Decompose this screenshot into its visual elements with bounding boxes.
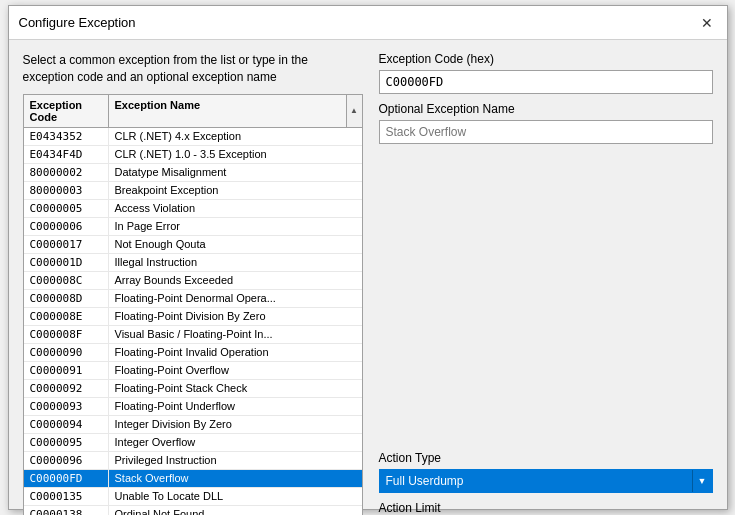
row-code: C000008F (24, 326, 109, 343)
row-name: Stack Overflow (109, 470, 362, 487)
row-code: C0000093 (24, 398, 109, 415)
row-code: C0000091 (24, 362, 109, 379)
row-code: C000008E (24, 308, 109, 325)
close-button[interactable]: ✕ (697, 13, 717, 33)
row-code: C0000092 (24, 380, 109, 397)
row-name: Access Violation (109, 200, 362, 217)
table-row[interactable]: C000008F Visual Basic / Floating-Point I… (24, 326, 362, 344)
close-icon: ✕ (701, 15, 713, 31)
row-code: C00000FD (24, 470, 109, 487)
row-name: Privileged Instruction (109, 452, 362, 469)
select-dropdown-icon[interactable]: ▼ (692, 470, 712, 492)
optional-name-group: Optional Exception Name (379, 102, 713, 144)
table-row[interactable]: C0000006 In Page Error (24, 218, 362, 236)
row-code: C0000096 (24, 452, 109, 469)
table-row[interactable]: 80000003 Breakpoint Exception (24, 182, 362, 200)
table-row[interactable]: C0000135 Unable To Locate DLL (24, 488, 362, 506)
row-code: C000001D (24, 254, 109, 271)
table-row[interactable]: C000008E Floating-Point Division By Zero (24, 308, 362, 326)
action-limit-group: Action Limit ▲ ▼ (379, 501, 713, 515)
table-row[interactable]: C000008D Floating-Point Denormal Opera..… (24, 290, 362, 308)
row-code: C0000138 (24, 506, 109, 515)
table-row[interactable]: C0000005 Access Violation (24, 200, 362, 218)
dialog-body: Select a common exception from the list … (9, 40, 727, 515)
optional-name-label: Optional Exception Name (379, 102, 713, 116)
row-name: Array Bounds Exceeded (109, 272, 362, 289)
row-code: C000008D (24, 290, 109, 307)
row-name: Floating-Point Underflow (109, 398, 362, 415)
col-header-name: Exception Name (109, 95, 346, 127)
row-code: C0000017 (24, 236, 109, 253)
left-panel: Select a common exception from the list … (23, 52, 363, 515)
table-row[interactable]: 80000002 Datatype Misalignment (24, 164, 362, 182)
row-code: C0000006 (24, 218, 109, 235)
row-code: C0000135 (24, 488, 109, 505)
row-name: Integer Overflow (109, 434, 362, 451)
table-body[interactable]: E0434352 CLR (.NET) 4.x Exception E0434F… (24, 128, 362, 515)
spacer (379, 152, 713, 443)
table-row[interactable]: C0000092 Floating-Point Stack Check (24, 380, 362, 398)
row-name: CLR (.NET) 4.x Exception (109, 128, 362, 145)
row-name: Floating-Point Invalid Operation (109, 344, 362, 361)
table-row[interactable]: C0000090 Floating-Point Invalid Operatio… (24, 344, 362, 362)
exceptions-table: Exception Code Exception Name ▲ E0434352… (23, 94, 363, 515)
right-panel: Exception Code (hex) Optional Exception … (379, 52, 713, 515)
table-row[interactable]: E0434F4D CLR (.NET) 1.0 - 3.5 Exception (24, 146, 362, 164)
row-name: Integer Division By Zero (109, 416, 362, 433)
configure-exception-dialog: Configure Exception ✕ Select a common ex… (8, 5, 728, 510)
table-header: Exception Code Exception Name ▲ (24, 95, 362, 128)
optional-name-input[interactable] (379, 120, 713, 144)
action-limit-label: Action Limit (379, 501, 713, 515)
row-code: C0000095 (24, 434, 109, 451)
table-row[interactable]: C00000FD Stack Overflow (24, 470, 362, 488)
row-name: Ordinal Not Found (109, 506, 362, 515)
table-row[interactable]: C000008C Array Bounds Exceeded (24, 272, 362, 290)
row-name: Datatype Misalignment (109, 164, 362, 181)
table-row[interactable]: C0000138 Ordinal Not Found (24, 506, 362, 515)
col-header-code: Exception Code (24, 95, 109, 127)
exception-code-input[interactable] (379, 70, 713, 94)
description-text: Select a common exception from the list … (23, 52, 363, 86)
row-name: Unable To Locate DLL (109, 488, 362, 505)
table-row[interactable]: C0000017 Not Enough Qouta (24, 236, 362, 254)
action-type-label: Action Type (379, 451, 713, 465)
action-type-select-wrapper: Full Userdump Mini Userdump Terminate Pr… (379, 469, 713, 493)
table-row[interactable]: C0000095 Integer Overflow (24, 434, 362, 452)
table-row[interactable]: C0000094 Integer Division By Zero (24, 416, 362, 434)
row-name: CLR (.NET) 1.0 - 3.5 Exception (109, 146, 362, 163)
row-code: C0000005 (24, 200, 109, 217)
table-row[interactable]: C0000093 Floating-Point Underflow (24, 398, 362, 416)
exception-code-group: Exception Code (hex) (379, 52, 713, 94)
row-name: Floating-Point Stack Check (109, 380, 362, 397)
row-code: C000008C (24, 272, 109, 289)
dialog-title: Configure Exception (19, 15, 136, 30)
table-row[interactable]: E0434352 CLR (.NET) 4.x Exception (24, 128, 362, 146)
row-name: Visual Basic / Floating-Point In... (109, 326, 362, 343)
scroll-up-button[interactable]: ▲ (346, 95, 362, 127)
row-name: Floating-Point Overflow (109, 362, 362, 379)
table-row[interactable]: C000001D Illegal Instruction (24, 254, 362, 272)
action-type-group: Action Type Full Userdump Mini Userdump … (379, 451, 713, 493)
row-code: C0000090 (24, 344, 109, 361)
row-name: Not Enough Qouta (109, 236, 362, 253)
row-code: C0000094 (24, 416, 109, 433)
title-bar: Configure Exception ✕ (9, 6, 727, 40)
row-code: 80000003 (24, 182, 109, 199)
row-code: 80000002 (24, 164, 109, 181)
row-name: Illegal Instruction (109, 254, 362, 271)
action-type-select[interactable]: Full Userdump Mini Userdump Terminate Pr… (380, 470, 692, 492)
table-row[interactable]: C0000091 Floating-Point Overflow (24, 362, 362, 380)
row-code: E0434F4D (24, 146, 109, 163)
row-name: Floating-Point Denormal Opera... (109, 290, 362, 307)
table-row[interactable]: C0000096 Privileged Instruction (24, 452, 362, 470)
row-name: In Page Error (109, 218, 362, 235)
row-name: Floating-Point Division By Zero (109, 308, 362, 325)
exception-code-label: Exception Code (hex) (379, 52, 713, 66)
row-name: Breakpoint Exception (109, 182, 362, 199)
row-code: E0434352 (24, 128, 109, 145)
